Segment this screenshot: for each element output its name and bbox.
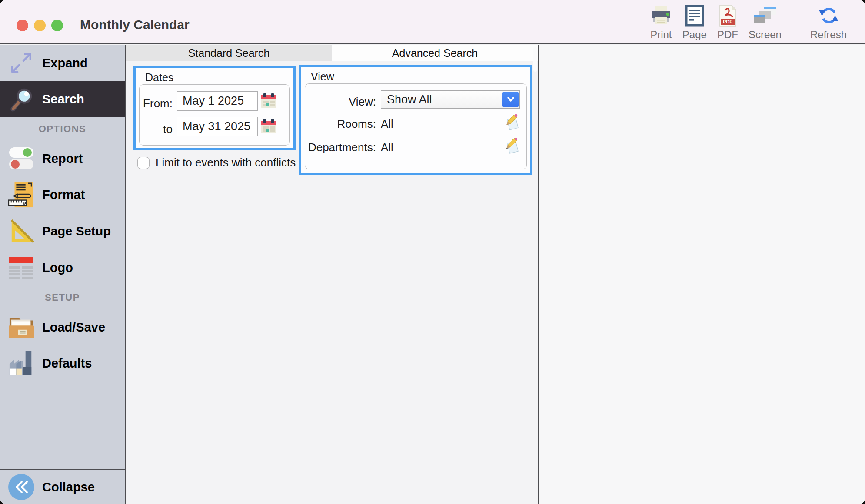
edit-pencil-icon	[505, 149, 520, 156]
sidebar-item-label: Load/Save	[42, 320, 105, 335]
sidebar-item-label: Format	[42, 188, 85, 202]
dates-legend: Dates	[145, 71, 173, 84]
sidebar-item-search[interactable]: Search	[0, 81, 125, 117]
window-body: Expand Search OPTIONS	[0, 45, 865, 504]
conflicts-label: Limit to events with conflicts	[156, 156, 296, 169]
toggles-icon	[0, 146, 42, 171]
sidebar-item-label: Search	[42, 92, 84, 106]
sidebar-spacer	[0, 381, 125, 469]
window-title: Monthly Calendar	[80, 17, 190, 32]
rooms-label: Rooms:	[311, 117, 376, 131]
view-dropdown[interactable]: Show All	[381, 90, 520, 109]
sidebar-item-label: Defaults	[42, 356, 92, 371]
sidebar-item-load-save[interactable]: Load/Save	[0, 309, 125, 345]
screen-button[interactable]: Screen	[749, 4, 782, 42]
sidebar-section-setup: SETUP	[0, 286, 125, 309]
conflicts-row: Limit to events with conflicts	[137, 156, 296, 169]
titlebar: Monthly Calendar Print	[0, 0, 865, 44]
calendar-icon	[260, 103, 277, 110]
search-magnifier-icon	[0, 86, 42, 113]
zoom-button[interactable]	[51, 20, 63, 31]
tab-advanced-search[interactable]: Advanced Search	[332, 45, 538, 61]
search-pane: Standard Search Advanced Search Dates Fr…	[126, 45, 538, 504]
sidebar-item-label: Collapse	[42, 480, 95, 494]
view-dropdown-value: Show All	[381, 93, 519, 106]
toolbar: Print Page	[650, 4, 847, 42]
pdf-label: PDF	[717, 30, 738, 42]
results-pane	[538, 45, 865, 504]
printer-icon	[650, 4, 672, 27]
refresh-icon	[818, 4, 839, 27]
sidebar-item-report[interactable]: Report	[0, 141, 125, 176]
sidebar-item-format[interactable]: Format	[0, 176, 125, 213]
pdf-icon: PDF	[718, 4, 738, 27]
from-date-input[interactable]	[177, 91, 258, 111]
sidebar-item-collapse[interactable]: Collapse	[0, 470, 125, 504]
scrollbar-thumb[interactable]	[533, 47, 537, 72]
format-document-icon	[0, 181, 42, 209]
to-label: to	[142, 123, 173, 136]
chevron-down-icon	[502, 92, 519, 107]
refresh-label: Refresh	[810, 30, 847, 42]
rooms-edit-button[interactable]	[505, 113, 520, 131]
dates-group: Dates From:	[133, 66, 296, 150]
sidebar-item-defaults[interactable]: Defaults	[0, 345, 125, 381]
print-button[interactable]: Print	[650, 4, 672, 42]
sidebar: Expand Search OPTIONS	[0, 45, 126, 504]
tab-standard-search[interactable]: Standard Search	[126, 45, 332, 61]
sidebar-item-page-setup[interactable]: Page Setup	[0, 213, 125, 249]
pdf-button[interactable]: PDF PDF	[717, 4, 738, 42]
screen-label: Screen	[749, 30, 782, 42]
close-button[interactable]	[17, 20, 28, 31]
edit-pencil-icon	[505, 126, 520, 132]
minimize-button[interactable]	[34, 20, 46, 31]
sidebar-item-expand[interactable]: Expand	[0, 45, 125, 81]
sidebar-item-label: Page Setup	[42, 224, 111, 239]
masthead-icon	[0, 256, 42, 279]
set-square-icon	[0, 218, 42, 245]
sidebar-item-label: Report	[42, 152, 83, 166]
traffic-lights	[17, 20, 63, 31]
folder-icon	[0, 315, 42, 340]
view-label: View:	[311, 95, 376, 109]
rooms-value: All	[381, 117, 393, 131]
sidebar-item-logo[interactable]: Logo	[0, 249, 125, 286]
from-calendar-button[interactable]	[260, 93, 277, 109]
to-calendar-button[interactable]	[260, 119, 277, 134]
expand-arrows-icon	[0, 50, 42, 76]
refresh-button[interactable]: Refresh	[810, 4, 847, 42]
sidebar-item-label: Expand	[42, 56, 88, 70]
collapse-chevrons-icon	[0, 473, 42, 501]
page-button[interactable]: Page	[682, 4, 707, 42]
screen-icon	[753, 4, 777, 27]
to-date-input[interactable]	[177, 117, 258, 136]
view-group: View View: Show All Rooms: All	[299, 65, 532, 175]
departments-value: All	[381, 141, 393, 154]
sidebar-item-label: Logo	[42, 261, 73, 275]
search-tabs: Standard Search Advanced Search	[126, 45, 538, 61]
calendar-icon	[260, 129, 277, 136]
departments-edit-button[interactable]	[505, 136, 520, 154]
from-label: From:	[142, 97, 173, 110]
sidebar-section-options: OPTIONS	[0, 117, 125, 141]
conflicts-checkbox[interactable]	[137, 157, 150, 169]
page-label: Page	[682, 30, 707, 42]
view-legend: View	[311, 70, 334, 83]
factory-icon	[0, 350, 42, 376]
departments-label: Departments:	[306, 141, 376, 154]
print-label: Print	[650, 30, 672, 42]
page-icon	[685, 4, 704, 27]
svg-text:PDF: PDF	[723, 19, 732, 24]
app-window: Monthly Calendar Print	[0, 0, 865, 504]
